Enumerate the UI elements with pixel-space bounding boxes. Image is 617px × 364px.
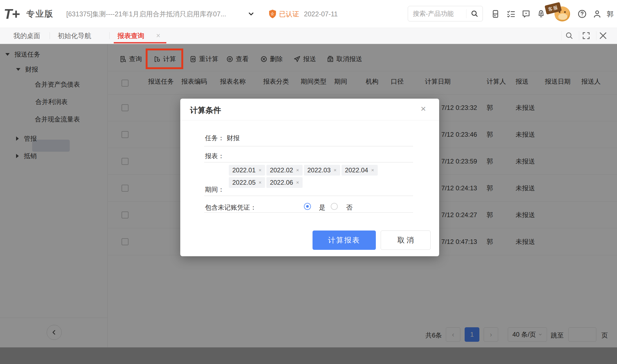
report-label: 报表： [205, 152, 224, 160]
annotation-highlight-box [146, 49, 183, 69]
search-icon[interactable] [467, 10, 483, 18]
period-tag-label: 2022.03 [307, 166, 331, 174]
tag-remove-icon[interactable]: × [296, 167, 299, 173]
account-caret-down-icon[interactable] [247, 10, 255, 18]
period-tag: 2022.03× [304, 165, 340, 176]
tplus-logo: T+ [4, 6, 19, 22]
tab-bar: 我的桌面 初始化导航 报表查询 × [0, 28, 617, 44]
period-tags[interactable]: 2022.01× 2022.02× 2022.03× 2022.04× 2022… [229, 165, 401, 188]
fullscreen-icon[interactable] [582, 32, 590, 40]
mascot-eye [564, 11, 566, 13]
task-value[interactable]: 财报 [227, 134, 240, 142]
notification-bell-icon[interactable] [537, 9, 546, 18]
radio-yes[interactable] [304, 203, 311, 210]
top-header: T+ 专业版 [631375]集测----21年1月启用合并抵消只启用库存07.… [0, 0, 617, 28]
tab-my-desktop[interactable]: 我的桌面 [13, 31, 40, 40]
cancel-button[interactable]: 取 消 [381, 231, 431, 250]
tabbar-search-icon[interactable] [565, 31, 574, 40]
task-label: 任务： [205, 134, 224, 142]
period-tag: 2022.02× [266, 165, 303, 176]
tab-divider [50, 32, 50, 39]
tab-divider [109, 32, 110, 39]
product-search-box[interactable] [408, 6, 483, 21]
report-field-underline [204, 162, 413, 162]
tag-remove-icon[interactable]: × [259, 167, 262, 173]
period-tag-label: 2022.04 [345, 166, 368, 174]
radio-no[interactable] [331, 203, 338, 210]
tag-remove-icon[interactable]: × [259, 180, 262, 185]
task-field-underline [204, 146, 413, 146]
verified-badge: 已认证 [279, 9, 299, 18]
tab-report-query[interactable]: 报表查询 [117, 31, 144, 40]
period-tag-label: 2022.06 [270, 179, 293, 186]
help-icon[interactable] [577, 9, 587, 19]
period-tag: 2022.06× [266, 177, 303, 188]
tabbar-icon-divider [579, 31, 579, 40]
tag-remove-icon[interactable]: × [371, 167, 374, 173]
login-date: 2022-07-11 [304, 10, 338, 18]
tag-remove-icon[interactable]: × [334, 167, 337, 173]
tab-init-navigation[interactable]: 初始化导航 [58, 31, 91, 40]
period-label: 期间： [205, 185, 224, 194]
user-icon[interactable] [592, 9, 602, 19]
dialog-header-divider [180, 120, 439, 120]
tag-remove-icon[interactable]: × [296, 180, 299, 185]
radio-yes-label[interactable]: 是 [319, 203, 325, 212]
tabbar-icon-divider [596, 31, 596, 40]
tabbar-icon-divider [561, 31, 562, 40]
svg-text:企: 企 [271, 12, 274, 16]
current-user-name[interactable]: 郭 [607, 9, 614, 18]
tab-close-icon[interactable]: × [156, 32, 160, 40]
radio-no-label[interactable]: 否 [346, 203, 352, 212]
period-tag-label: 2022.05 [232, 179, 256, 186]
period-tag: 2022.05× [229, 177, 265, 188]
page-close-icon[interactable] [599, 31, 607, 40]
calculator-icon[interactable] [491, 9, 500, 18]
search-input[interactable] [408, 10, 466, 17]
message-icon[interactable] [521, 9, 531, 18]
app-window: T+ 专业版 [631375]集测----21年1月启用合并抵消只启用库存07.… [0, 0, 617, 364]
period-tag: 2022.01× [229, 165, 265, 176]
todo-list-icon[interactable] [506, 9, 516, 18]
account-name[interactable]: [631375]集测----21年1月启用合并抵消只启用库存07... [66, 9, 226, 18]
period-tag-label: 2022.02 [270, 166, 293, 174]
customer-service-mascot[interactable]: 客服 [546, 3, 572, 24]
verified-shield-icon: 企 [268, 9, 277, 18]
edition-label: 专业版 [26, 8, 54, 20]
calculation-conditions-dialog: 计算条件 × 任务： 财报 报表： 期间： 2022.01× 2022.02× … [180, 99, 439, 256]
calculate-report-button[interactable]: 计算报表 [313, 231, 376, 250]
dialog-close-icon[interactable]: × [421, 103, 426, 114]
dialog-title: 计算条件 [190, 105, 221, 116]
period-field-underline [204, 196, 413, 196]
active-tab-underline [114, 42, 166, 43]
mascot-muzzle [558, 13, 567, 20]
include-unposted-label: 包含未记账凭证： [205, 203, 256, 212]
period-tag: 2022.04× [341, 165, 378, 176]
include-field-underline [204, 212, 413, 213]
period-tag-label: 2022.01 [232, 166, 256, 174]
